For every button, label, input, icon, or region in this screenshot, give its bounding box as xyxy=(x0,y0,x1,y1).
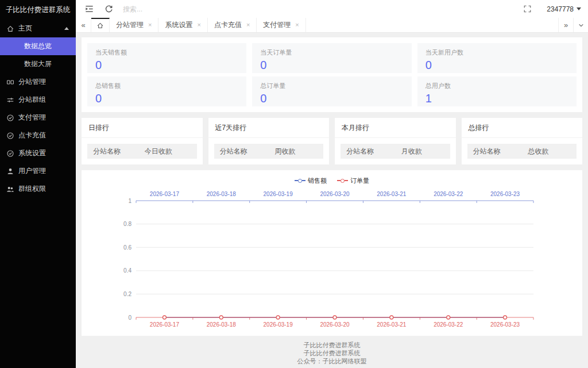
stat-card-today-orders: 当天订单量 0 xyxy=(252,43,411,73)
stats-panel: 当天销售额 0 当天订单量 0 当天新用户数 0 总销售额 0 总订单量 0 xyxy=(82,37,582,112)
svg-text:0.4: 0.4 xyxy=(123,267,131,274)
svg-text:2026-03-23: 2026-03-23 xyxy=(490,191,520,197)
sidebar-item-data-overview[interactable]: 数据总览 xyxy=(0,37,76,55)
stat-card-total-users: 总用户数 1 xyxy=(417,76,577,106)
footer-line: 子比比付费进群系统 xyxy=(82,350,582,358)
sidebar-item-card-recharge[interactable]: 点卡充值 xyxy=(0,126,76,144)
stat-card-total-sales: 总销售额 0 xyxy=(87,76,246,106)
sidebar-item-label: 支付管理 xyxy=(18,113,46,122)
chevron-down-icon xyxy=(577,7,581,10)
footer-line: 公众号：子比比网络联盟 xyxy=(82,358,582,366)
user-icon xyxy=(6,167,14,175)
menu-fold-icon[interactable] xyxy=(84,4,94,14)
rank-col-amount: 今日收款 xyxy=(142,147,175,156)
top-toolbar: 2347778 xyxy=(76,0,588,18)
svg-text:2026-03-23: 2026-03-23 xyxy=(490,321,520,328)
sidebar-item-substation-manage[interactable]: 分站管理 xyxy=(0,73,76,91)
tab-close-icon[interactable]: × xyxy=(246,22,250,28)
sidebar-item-home[interactable]: 主页 xyxy=(0,20,76,37)
stat-card-total-orders: 总订单量 0 xyxy=(252,76,411,106)
stat-label: 总用户数 xyxy=(425,82,568,90)
submenu-label: 数据大屏 xyxy=(24,59,52,69)
user-menu[interactable]: 2347778 xyxy=(547,5,581,13)
fullscreen-icon[interactable] xyxy=(521,3,533,15)
stat-value: 0 xyxy=(425,59,568,72)
search-input[interactable] xyxy=(123,5,215,13)
svg-text:1: 1 xyxy=(128,198,131,204)
tab-close-icon[interactable]: × xyxy=(295,22,299,28)
sidebar-item-data-screen[interactable]: 数据大屏 xyxy=(0,55,76,73)
rank-title: 本月排行 xyxy=(335,118,456,138)
rank-panel-total: 总排行 分站名称 总收款 xyxy=(462,118,583,164)
sidebar-item-user-manage[interactable]: 用户管理 xyxy=(0,162,76,180)
stat-value: 0 xyxy=(260,59,403,72)
tab-close-icon[interactable]: × xyxy=(148,22,152,28)
stat-value: 1 xyxy=(425,92,568,105)
sliders-icon xyxy=(6,95,14,104)
rank-table-header: 分站名称 周收款 xyxy=(214,144,324,159)
sidebar: 子比比付费进群系统 主页 数据总览 数据大屏 分站管理 xyxy=(0,0,76,368)
tab-item[interactable]: 分站管理 × xyxy=(110,18,158,32)
rank-table-header: 分站名称 总收款 xyxy=(467,144,577,159)
tab-bar: « 分站管理 × 系统设置 × 点卡充值 × 支付管理 × xyxy=(76,18,588,33)
search-box xyxy=(123,5,215,13)
chevron-up-icon xyxy=(64,27,69,30)
chart-panel: 销售额 订单量 00.20.40.60.812026-03-172026-03-… xyxy=(82,170,582,336)
tabs-scroll-left-button[interactable]: « xyxy=(76,18,91,32)
svg-text:0.8: 0.8 xyxy=(123,221,131,227)
sidebar-item-label: 分站群组 xyxy=(18,95,46,105)
sidebar-item-group-permission[interactable]: 群组权限 xyxy=(0,180,76,198)
rank-col-amount: 总收款 xyxy=(522,147,555,156)
stat-card-today-sales: 当天销售额 0 xyxy=(87,43,246,73)
rank-title: 日排行 xyxy=(82,118,203,138)
sidebar-item-payment-manage[interactable]: 支付管理 xyxy=(0,109,76,126)
svg-text:2026-03-22: 2026-03-22 xyxy=(434,191,463,197)
line-marker-icon xyxy=(337,179,348,183)
app-title: 子比比付费进群系统 xyxy=(0,0,76,20)
submenu-label: 数据总览 xyxy=(24,41,52,51)
svg-text:2026-03-22: 2026-03-22 xyxy=(434,321,463,328)
tab-close-icon[interactable]: × xyxy=(197,22,200,28)
tabs-scroll-right-button[interactable]: » xyxy=(558,18,573,32)
chart-legend: 销售额 订单量 xyxy=(82,175,582,186)
tab-label: 支付管理 xyxy=(263,20,291,30)
sidebar-item-substation-group[interactable]: 分站群组 xyxy=(0,91,76,109)
shield-check-icon xyxy=(6,149,14,158)
shield-check-icon xyxy=(6,131,14,140)
svg-text:0.2: 0.2 xyxy=(123,291,131,297)
ranking-panels: 日排行 分站名称 今日收款 近7天排行 分站名称 周收款 xyxy=(82,118,582,164)
chevron-down-icon xyxy=(578,22,584,28)
rank-col-amount: 月收款 xyxy=(395,147,428,156)
stat-value: 0 xyxy=(260,92,403,105)
svg-text:2026-03-19: 2026-03-19 xyxy=(264,191,293,197)
svg-text:2026-03-20: 2026-03-20 xyxy=(320,321,350,328)
rank-panel-7days: 近7天排行 分站名称 周收款 xyxy=(208,118,330,164)
tab-item[interactable]: 支付管理 × xyxy=(257,18,305,32)
sidebar-item-system-settings[interactable]: 系统设置 xyxy=(0,144,76,162)
legend-item-sales[interactable]: 销售额 xyxy=(295,177,327,185)
home-icon xyxy=(6,24,14,33)
legend-item-orders[interactable]: 订单量 xyxy=(337,177,369,185)
stat-value: 0 xyxy=(95,59,238,72)
svg-text:2026-03-18: 2026-03-18 xyxy=(207,191,237,197)
stat-card-today-new-users: 当天新用户数 0 xyxy=(417,43,577,73)
refresh-icon[interactable] xyxy=(103,4,114,14)
line-chart: 00.20.40.60.812026-03-172026-03-182026-0… xyxy=(82,186,582,332)
stat-label: 总订单量 xyxy=(260,82,403,90)
tab-home[interactable] xyxy=(91,18,110,32)
content: 当天销售额 0 当天订单量 0 当天新用户数 0 总销售额 0 总订单量 0 xyxy=(76,33,588,368)
legend-label: 订单量 xyxy=(350,177,369,185)
tab-item[interactable]: 系统设置 × xyxy=(158,18,207,32)
rank-col-amount: 周收款 xyxy=(269,147,301,156)
svg-text:0: 0 xyxy=(128,315,131,321)
sidebar-item-label: 点卡充值 xyxy=(18,131,46,140)
rank-title: 总排行 xyxy=(462,118,583,138)
stat-label: 当天新用户数 xyxy=(425,48,568,57)
rank-table-header: 分站名称 月收款 xyxy=(341,144,450,159)
page-footer: 子比比付费进群系统 子比比付费进群系统 公众号：子比比网络联盟 xyxy=(82,336,582,365)
tabs-menu-button[interactable] xyxy=(573,18,588,32)
stat-label: 总销售额 xyxy=(95,82,238,90)
sidebar-item-label: 系统设置 xyxy=(18,148,46,158)
tabbar-right: » xyxy=(558,18,588,32)
tab-item[interactable]: 点卡充值 × xyxy=(208,18,257,32)
